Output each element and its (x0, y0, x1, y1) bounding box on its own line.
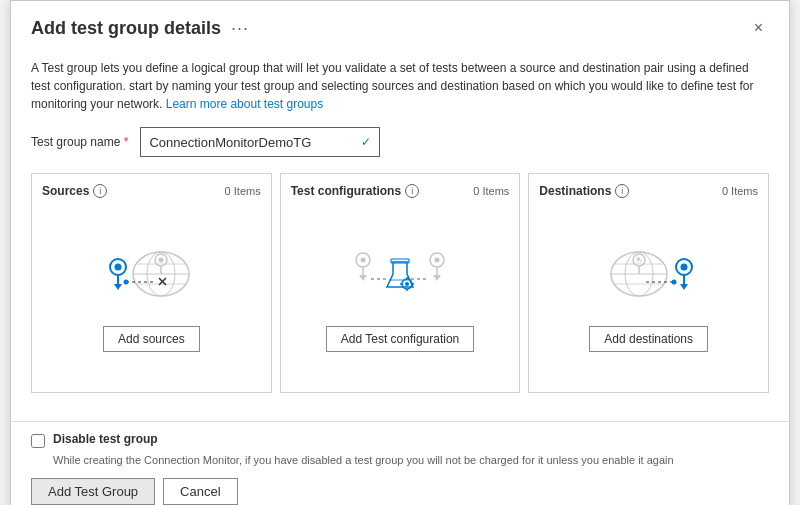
add-destinations-button[interactable]: Add destinations (589, 326, 708, 352)
add-test-group-dialog: Add test group details ··· × A Test grou… (10, 0, 790, 505)
more-options-icon[interactable]: ··· (231, 18, 249, 39)
sources-panel-content: Add sources (42, 202, 261, 382)
disable-test-group-description: While creating the Connection Monitor, i… (53, 454, 769, 466)
required-marker: * (124, 135, 129, 149)
svg-marker-19 (359, 275, 367, 281)
dialog-body: A Test group lets you define a logical g… (11, 47, 789, 421)
disable-test-group-label[interactable]: Disable test group (53, 432, 158, 446)
add-test-group-button[interactable]: Add Test Group (31, 478, 155, 505)
dialog-title: Add test group details (31, 18, 221, 39)
svg-marker-46 (680, 284, 688, 290)
svg-point-42 (671, 280, 676, 285)
test-configurations-panel: Test configurations i 0 Items (280, 173, 521, 393)
svg-marker-23 (433, 275, 441, 281)
destinations-panel-content: Add destinations (539, 202, 758, 382)
dialog-title-area: Add test group details ··· (31, 18, 249, 39)
add-test-configuration-button[interactable]: Add Test configuration (326, 326, 475, 352)
test-config-count: 0 Items (473, 185, 509, 197)
test-group-name-label: Test group name * (31, 135, 128, 149)
test-group-name-field-row: Test group name * ConnectionMonitorDemoT… (31, 127, 769, 157)
destinations-title-group: Destinations i (539, 184, 629, 198)
test-config-title-group: Test configurations i (291, 184, 419, 198)
dropdown-chevron-icon: ✓ (361, 135, 371, 149)
action-row: Add Test Group Cancel (11, 466, 789, 505)
test-group-name-input[interactable]: ConnectionMonitorDemoTG ✓ (140, 127, 380, 157)
svg-point-28 (405, 282, 409, 286)
svg-point-9 (115, 264, 122, 271)
sources-count: 0 Items (225, 185, 261, 197)
destinations-panel: Destinations i 0 Items (528, 173, 769, 393)
sources-illustration (96, 232, 206, 312)
svg-point-44 (680, 264, 687, 271)
dialog-header: Add test group details ··· × (11, 1, 789, 47)
test-config-info-icon[interactable]: i (405, 184, 419, 198)
destinations-info-icon[interactable]: i (615, 184, 629, 198)
disable-test-group-checkbox[interactable] (31, 434, 45, 448)
svg-point-17 (361, 258, 366, 263)
svg-point-15 (124, 280, 129, 285)
sources-info-icon[interactable]: i (93, 184, 107, 198)
svg-point-21 (435, 258, 440, 263)
sources-title-group: Sources i (42, 184, 107, 198)
test-config-panel-header: Test configurations i 0 Items (291, 184, 510, 198)
cancel-button[interactable]: Cancel (163, 478, 237, 505)
disable-test-group-row: Disable test group (31, 432, 769, 448)
test-config-panel-content: Add Test configuration (291, 202, 510, 382)
svg-point-6 (159, 258, 164, 263)
test-config-title: Test configurations (291, 184, 401, 198)
sources-title: Sources (42, 184, 89, 198)
destinations-title: Destinations (539, 184, 611, 198)
footer-section: Disable test group While creating the Co… (11, 421, 789, 466)
sources-panel: Sources i 0 Items (31, 173, 272, 393)
learn-more-link[interactable]: Learn more about test groups (166, 97, 323, 111)
close-button[interactable]: × (748, 17, 769, 39)
add-sources-button[interactable]: Add sources (103, 326, 200, 352)
description-text: A Test group lets you define a logical g… (31, 59, 769, 113)
test-config-illustration (345, 232, 455, 312)
destinations-panel-header: Destinations i 0 Items (539, 184, 758, 198)
destinations-illustration (594, 232, 704, 312)
svg-marker-11 (114, 284, 122, 290)
destinations-count: 0 Items (722, 185, 758, 197)
panels-row: Sources i 0 Items (31, 173, 769, 393)
sources-panel-header: Sources i 0 Items (42, 184, 261, 198)
